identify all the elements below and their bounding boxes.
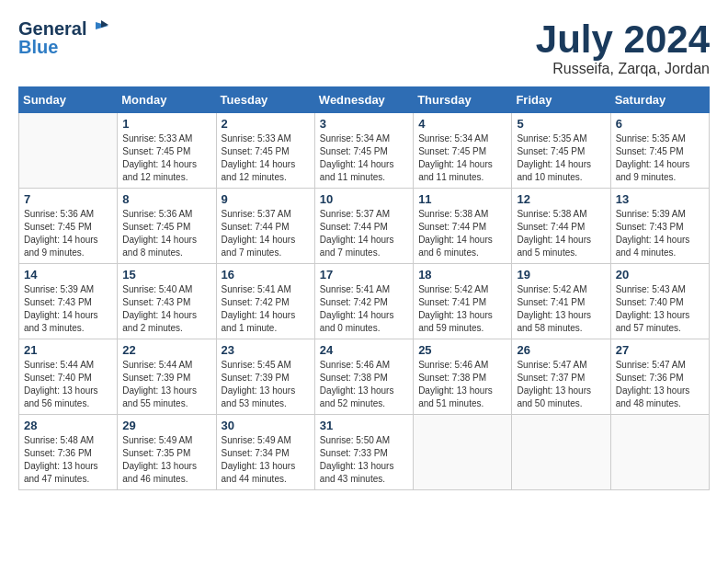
day-info: Sunrise: 5:44 AMSunset: 7:40 PMDaylight:… <box>24 359 112 410</box>
header-tuesday: Tuesday <box>216 87 314 113</box>
day-info: Sunrise: 5:43 AMSunset: 7:40 PMDaylight:… <box>616 283 704 335</box>
week-row-2: 7 Sunrise: 5:36 AMSunset: 7:45 PMDayligh… <box>19 189 710 264</box>
day-info: Sunrise: 5:46 AMSunset: 7:38 PMDaylight:… <box>320 359 408 410</box>
day-cell: 28 Sunrise: 5:48 AMSunset: 7:36 PMDaylig… <box>19 415 118 490</box>
day-info: Sunrise: 5:50 AMSunset: 7:33 PMDaylight:… <box>320 434 408 486</box>
day-info: Sunrise: 5:39 AMSunset: 7:43 PMDaylight:… <box>24 283 112 335</box>
day-info: Sunrise: 5:33 AMSunset: 7:45 PMDaylight:… <box>122 132 210 184</box>
day-cell: 27 Sunrise: 5:47 AMSunset: 7:36 PMDaylig… <box>610 339 709 415</box>
header-sunday: Sunday <box>19 87 118 113</box>
day-info: Sunrise: 5:36 AMSunset: 7:45 PMDaylight:… <box>24 208 112 259</box>
day-cell: 11 Sunrise: 5:38 AMSunset: 7:44 PMDaylig… <box>414 189 512 264</box>
day-cell: 24 Sunrise: 5:46 AMSunset: 7:38 PMDaylig… <box>314 339 413 415</box>
day-cell: 26 Sunrise: 5:47 AMSunset: 7:37 PMDaylig… <box>512 339 610 415</box>
week-row-3: 14 Sunrise: 5:39 AMSunset: 7:43 PMDaylig… <box>19 264 710 339</box>
day-number: 5 <box>517 117 605 131</box>
day-info: Sunrise: 5:34 AMSunset: 7:45 PMDaylight:… <box>320 132 408 184</box>
day-number: 24 <box>320 343 408 357</box>
day-number: 7 <box>24 192 112 206</box>
day-cell: 12 Sunrise: 5:38 AMSunset: 7:44 PMDaylig… <box>512 189 610 264</box>
day-info: Sunrise: 5:36 AMSunset: 7:45 PMDaylight:… <box>122 208 210 259</box>
day-info: Sunrise: 5:38 AMSunset: 7:44 PMDaylight:… <box>517 208 605 259</box>
day-info: Sunrise: 5:49 AMSunset: 7:35 PMDaylight:… <box>122 434 210 486</box>
day-number: 1 <box>122 117 210 131</box>
day-cell: 22 Sunrise: 5:44 AMSunset: 7:39 PMDaylig… <box>118 339 216 415</box>
day-info: Sunrise: 5:41 AMSunset: 7:42 PMDaylight:… <box>222 283 310 335</box>
header-monday: Monday <box>118 87 216 113</box>
day-info: Sunrise: 5:33 AMSunset: 7:45 PMDaylight:… <box>222 132 310 184</box>
day-cell: 7 Sunrise: 5:36 AMSunset: 7:45 PMDayligh… <box>19 189 118 264</box>
day-info: Sunrise: 5:37 AMSunset: 7:44 PMDaylight:… <box>222 208 310 259</box>
day-cell: 31 Sunrise: 5:50 AMSunset: 7:33 PMDaylig… <box>314 415 413 490</box>
day-cell: 30 Sunrise: 5:49 AMSunset: 7:34 PMDaylig… <box>216 415 314 490</box>
day-info: Sunrise: 5:42 AMSunset: 7:41 PMDaylight:… <box>517 283 605 335</box>
day-cell: 1 Sunrise: 5:33 AMSunset: 7:45 PMDayligh… <box>118 113 216 189</box>
day-number: 18 <box>418 268 506 282</box>
header-row: Sunday Monday Tuesday Wednesday Thursday… <box>19 87 710 113</box>
page-header: General Blue July 2024 Russeifa, Zarqa, … <box>18 18 710 77</box>
day-number: 14 <box>24 268 112 282</box>
day-info: Sunrise: 5:35 AMSunset: 7:45 PMDaylight:… <box>616 132 704 184</box>
day-number: 8 <box>122 192 210 206</box>
day-cell: 18 Sunrise: 5:42 AMSunset: 7:41 PMDaylig… <box>414 264 512 339</box>
title-block: July 2024 Russeifa, Zarqa, Jordan <box>536 18 710 77</box>
day-number: 28 <box>24 419 112 432</box>
day-cell: 15 Sunrise: 5:40 AMSunset: 7:43 PMDaylig… <box>118 264 216 339</box>
day-cell: 19 Sunrise: 5:42 AMSunset: 7:41 PMDaylig… <box>512 264 610 339</box>
day-cell <box>610 415 709 490</box>
day-cell: 4 Sunrise: 5:34 AMSunset: 7:45 PMDayligh… <box>414 113 512 189</box>
day-cell: 5 Sunrise: 5:35 AMSunset: 7:45 PMDayligh… <box>512 113 610 189</box>
day-cell: 10 Sunrise: 5:37 AMSunset: 7:44 PMDaylig… <box>314 189 413 264</box>
day-info: Sunrise: 5:49 AMSunset: 7:34 PMDaylight:… <box>222 434 310 486</box>
day-number: 21 <box>24 343 112 357</box>
day-number: 20 <box>616 268 704 282</box>
month-year-title: July 2024 <box>536 18 710 61</box>
day-cell: 29 Sunrise: 5:49 AMSunset: 7:35 PMDaylig… <box>118 415 216 490</box>
day-info: Sunrise: 5:42 AMSunset: 7:41 PMDaylight:… <box>418 283 506 335</box>
day-info: Sunrise: 5:48 AMSunset: 7:36 PMDaylight:… <box>24 434 112 486</box>
day-cell: 23 Sunrise: 5:45 AMSunset: 7:39 PMDaylig… <box>216 339 314 415</box>
calendar-body: 1 Sunrise: 5:33 AMSunset: 7:45 PMDayligh… <box>19 113 710 490</box>
day-info: Sunrise: 5:35 AMSunset: 7:45 PMDaylight:… <box>517 132 605 184</box>
day-number: 2 <box>222 117 310 131</box>
week-row-4: 21 Sunrise: 5:44 AMSunset: 7:40 PMDaylig… <box>19 339 710 415</box>
day-number: 4 <box>418 117 506 131</box>
day-cell: 13 Sunrise: 5:39 AMSunset: 7:43 PMDaylig… <box>610 189 709 264</box>
day-info: Sunrise: 5:39 AMSunset: 7:43 PMDaylight:… <box>616 208 704 259</box>
day-number: 16 <box>222 268 310 282</box>
day-cell <box>512 415 610 490</box>
day-number: 25 <box>418 343 506 357</box>
day-info: Sunrise: 5:44 AMSunset: 7:39 PMDaylight:… <box>122 359 210 410</box>
day-number: 12 <box>517 192 605 206</box>
day-number: 6 <box>616 117 704 131</box>
day-info: Sunrise: 5:37 AMSunset: 7:44 PMDaylight:… <box>320 208 408 259</box>
day-info: Sunrise: 5:38 AMSunset: 7:44 PMDaylight:… <box>418 208 506 259</box>
day-cell <box>414 415 512 490</box>
day-cell: 3 Sunrise: 5:34 AMSunset: 7:45 PMDayligh… <box>314 113 413 189</box>
day-info: Sunrise: 5:34 AMSunset: 7:45 PMDaylight:… <box>418 132 506 184</box>
day-number: 30 <box>222 419 310 432</box>
day-info: Sunrise: 5:46 AMSunset: 7:38 PMDaylight:… <box>418 359 506 410</box>
day-number: 19 <box>517 268 605 282</box>
day-number: 3 <box>320 117 408 131</box>
week-row-5: 28 Sunrise: 5:48 AMSunset: 7:36 PMDaylig… <box>19 415 710 490</box>
day-number: 11 <box>418 192 506 206</box>
day-info: Sunrise: 5:47 AMSunset: 7:37 PMDaylight:… <box>517 359 605 410</box>
day-cell: 17 Sunrise: 5:41 AMSunset: 7:42 PMDaylig… <box>314 264 413 339</box>
day-cell: 20 Sunrise: 5:43 AMSunset: 7:40 PMDaylig… <box>610 264 709 339</box>
day-number: 10 <box>320 192 408 206</box>
day-number: 22 <box>122 343 210 357</box>
day-cell: 9 Sunrise: 5:37 AMSunset: 7:44 PMDayligh… <box>216 189 314 264</box>
day-number: 31 <box>320 419 408 432</box>
calendar-table: Sunday Monday Tuesday Wednesday Thursday… <box>18 86 710 490</box>
day-cell: 14 Sunrise: 5:39 AMSunset: 7:43 PMDaylig… <box>19 264 118 339</box>
day-info: Sunrise: 5:45 AMSunset: 7:39 PMDaylight:… <box>222 359 310 410</box>
day-cell <box>19 113 118 189</box>
day-number: 27 <box>616 343 704 357</box>
day-info: Sunrise: 5:40 AMSunset: 7:43 PMDaylight:… <box>122 283 210 335</box>
week-row-1: 1 Sunrise: 5:33 AMSunset: 7:45 PMDayligh… <box>19 113 710 189</box>
day-cell: 8 Sunrise: 5:36 AMSunset: 7:45 PMDayligh… <box>118 189 216 264</box>
day-number: 26 <box>517 343 605 357</box>
header-thursday: Thursday <box>414 87 512 113</box>
day-number: 15 <box>122 268 210 282</box>
